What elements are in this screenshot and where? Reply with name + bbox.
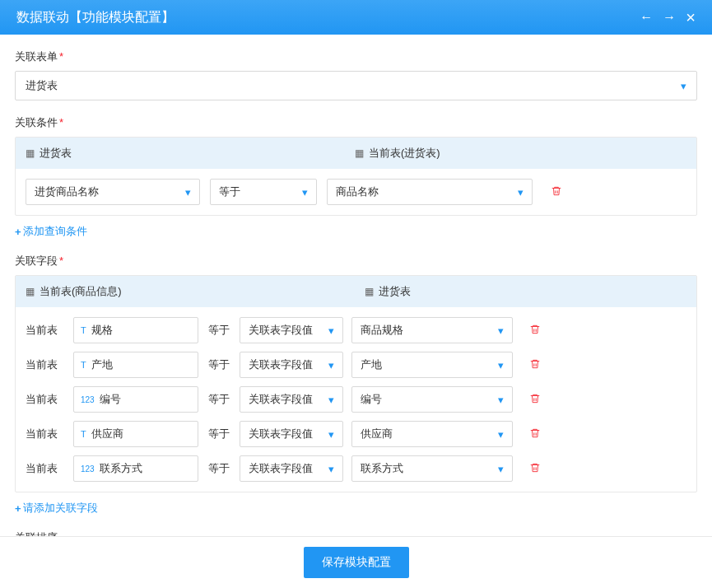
dialog-header: 数据联动【功能模块配置】 ← → ×	[0, 0, 712, 35]
prev-icon[interactable]: ←	[640, 10, 653, 25]
table-icon: ▦	[355, 147, 364, 159]
eq-label: 等于	[207, 461, 231, 476]
cond-left-table: ▦ 进货表	[26, 146, 338, 161]
fields-panel: ▦ 当前表(商品信息) ▦ 进货表 当前表 T 规格 等于 关联表字段值 ▾ 商…	[15, 275, 697, 492]
related-form-value: 进货表	[26, 78, 58, 93]
field-prefix: 当前表	[26, 461, 65, 476]
fields-left-table: ▦ 当前表(商品信息)	[26, 284, 348, 299]
field-row: 当前表 123 编号 等于 关联表字段值 ▾ 编号 ▾	[26, 386, 686, 413]
source-type-select[interactable]: 关联表字段值 ▾	[240, 421, 343, 447]
eq-label: 等于	[207, 427, 231, 441]
delete-field-button[interactable]	[528, 427, 542, 441]
number-type-icon: 123	[81, 464, 95, 474]
field-prefix: 当前表	[26, 427, 65, 441]
field-name: 联系方式	[100, 461, 142, 476]
dialog-footer: 保存模块配置	[0, 536, 712, 588]
delete-field-button[interactable]	[528, 324, 542, 338]
label-related-form: 关联表单*	[15, 49, 697, 64]
target-field-select[interactable]: 商品规格 ▾	[351, 317, 513, 343]
label-fields: 关联字段*	[15, 254, 697, 268]
source-type-select[interactable]: 关联表字段值 ▾	[240, 317, 343, 343]
current-field-box[interactable]: 123 编号	[73, 386, 198, 413]
chevron-down-icon: ▾	[498, 324, 504, 337]
current-field-box[interactable]: T 规格	[73, 317, 198, 343]
cond-right-table: ▦ 当前表(进货表)	[345, 146, 686, 161]
field-row: 当前表 T 供应商 等于 关联表字段值 ▾ 供应商 ▾	[26, 421, 686, 447]
chevron-down-icon: ▾	[185, 186, 191, 198]
chevron-down-icon: ▾	[498, 463, 504, 475]
text-type-icon: T	[81, 429, 86, 439]
fields-body: 当前表 T 规格 等于 关联表字段值 ▾ 商品规格 ▾ 当前表 T 产地 等于 …	[16, 307, 696, 492]
current-field-box[interactable]: T 产地	[73, 352, 198, 378]
plus-icon: +	[15, 502, 21, 515]
field-prefix: 当前表	[26, 323, 65, 338]
condition-row: 进货商品名称 ▾ 等于 ▾ 商品名称 ▾	[26, 179, 686, 205]
chevron-down-icon: ▾	[518, 186, 524, 198]
field-name: 产地	[91, 357, 113, 372]
source-type-select[interactable]: 关联表字段值 ▾	[240, 352, 343, 378]
chevron-down-icon: ▾	[302, 186, 308, 198]
current-field-box[interactable]: T 供应商	[73, 421, 198, 447]
number-type-icon: 123	[81, 395, 95, 404]
plus-icon: +	[15, 226, 21, 238]
cond-operator-select[interactable]: 等于 ▾	[210, 179, 317, 205]
conditions-header: ▦ 进货表 ▦ 当前表(进货表)	[16, 138, 696, 169]
field-name: 供应商	[91, 427, 123, 441]
text-type-icon: T	[81, 360, 86, 370]
chevron-down-icon: ▾	[328, 359, 334, 371]
chevron-down-icon: ▾	[498, 359, 504, 371]
fields-right-table: ▦ 进货表	[355, 284, 687, 299]
table-icon: ▦	[365, 286, 374, 297]
eq-label: 等于	[207, 392, 231, 407]
add-field-link[interactable]: + 请添加关联字段	[15, 501, 98, 516]
table-icon: ▦	[26, 286, 35, 297]
close-icon[interactable]: ×	[686, 8, 696, 27]
source-type-select[interactable]: 关联表字段值 ▾	[240, 455, 343, 482]
delete-condition-button[interactable]	[549, 185, 564, 199]
target-field-select[interactable]: 编号 ▾	[351, 386, 513, 413]
save-button[interactable]: 保存模块配置	[304, 547, 409, 578]
conditions-panel: ▦ 进货表 ▦ 当前表(进货表) 进货商品名称 ▾ 等于 ▾ 商品名称	[15, 137, 697, 216]
eq-label: 等于	[207, 357, 231, 372]
delete-field-button[interactable]	[528, 462, 542, 476]
target-field-select[interactable]: 联系方式 ▾	[351, 455, 513, 482]
chevron-down-icon: ▾	[328, 324, 334, 337]
cond-right-field-select[interactable]: 商品名称 ▾	[327, 179, 533, 205]
chevron-down-icon: ▾	[498, 394, 504, 406]
chevron-down-icon: ▾	[328, 394, 334, 406]
next-icon[interactable]: →	[663, 10, 676, 25]
current-field-box[interactable]: 123 联系方式	[73, 455, 198, 482]
delete-field-button[interactable]	[528, 393, 542, 407]
field-prefix: 当前表	[26, 392, 65, 407]
eq-label: 等于	[207, 323, 231, 338]
field-row: 当前表 123 联系方式 等于 关联表字段值 ▾ 联系方式 ▾	[26, 455, 686, 482]
chevron-down-icon: ▾	[328, 463, 334, 475]
dialog-title: 数据联动【功能模块配置】	[16, 9, 175, 26]
field-name: 编号	[100, 392, 121, 407]
chevron-down-icon: ▾	[498, 428, 504, 441]
target-field-select[interactable]: 供应商 ▾	[351, 421, 513, 447]
related-form-select[interactable]: 进货表 ▾	[15, 71, 697, 100]
header-actions: ← → ×	[640, 8, 696, 27]
text-type-icon: T	[81, 325, 86, 335]
field-name: 规格	[91, 323, 113, 338]
label-conditions: 关联条件*	[15, 115, 697, 130]
target-field-select[interactable]: 产地 ▾	[351, 352, 513, 378]
conditions-body: 进货商品名称 ▾ 等于 ▾ 商品名称 ▾	[16, 169, 696, 215]
field-row: 当前表 T 规格 等于 关联表字段值 ▾ 商品规格 ▾	[26, 317, 686, 343]
chevron-down-icon: ▾	[681, 80, 686, 92]
source-type-select[interactable]: 关联表字段值 ▾	[240, 386, 343, 413]
field-prefix: 当前表	[26, 357, 65, 372]
table-icon: ▦	[26, 147, 35, 159]
field-row: 当前表 T 产地 等于 关联表字段值 ▾ 产地 ▾	[26, 352, 686, 378]
fields-header: ▦ 当前表(商品信息) ▦ 进货表	[16, 276, 696, 307]
dialog-content: 关联表单* 进货表 ▾ 关联条件* ▦ 进货表 ▦ 当前表(进货表) 进货商品名…	[0, 35, 712, 588]
chevron-down-icon: ▾	[328, 428, 334, 441]
cond-left-field-select[interactable]: 进货商品名称 ▾	[26, 179, 200, 205]
delete-field-button[interactable]	[528, 358, 542, 372]
add-condition-link[interactable]: + 添加查询条件	[15, 224, 87, 239]
